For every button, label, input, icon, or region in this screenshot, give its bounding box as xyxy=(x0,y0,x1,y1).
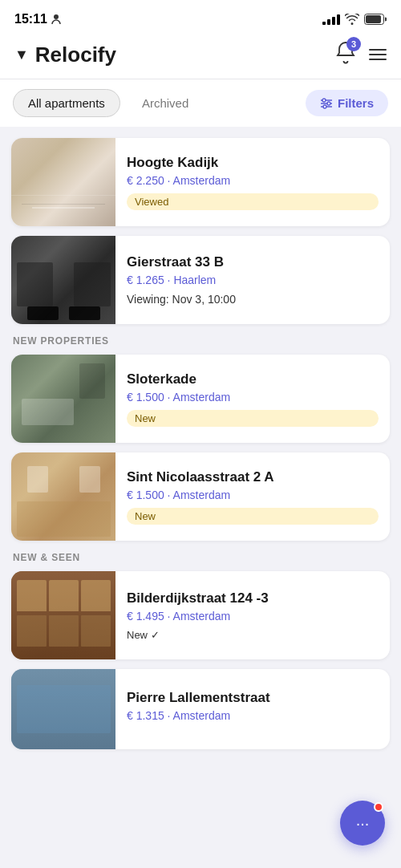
property-price: € 1.315 · Amsterdam xyxy=(127,709,379,722)
property-price: € 1.500 · Amsterdam xyxy=(127,391,379,404)
filter-button[interactable]: Filters xyxy=(306,90,388,116)
filter-label: Filters xyxy=(338,96,374,110)
notification-button[interactable]: 3 xyxy=(335,42,356,67)
viewing-schedule: Viewing: Nov 3, 10:00 xyxy=(127,293,379,306)
property-info-gierstraat: Gierstraat 33 B € 1.265 · Haarlem Viewin… xyxy=(115,236,390,324)
property-name: Pierre Lallementstraat xyxy=(127,690,379,706)
property-image-gierstraat xyxy=(11,236,115,324)
person-icon xyxy=(51,14,61,25)
status-icons xyxy=(322,14,387,25)
hamburger-line xyxy=(369,59,387,60)
new-seen-status: New ✓ xyxy=(127,629,379,641)
property-card-sloterkade[interactable]: Sloterkade € 1.500 · Amsterdam New xyxy=(11,355,390,443)
filters-icon xyxy=(320,97,333,110)
app-title: Relocify xyxy=(35,43,116,67)
property-card-sint-nicolaas[interactable]: Sint Nicolaasstraat 2 A € 1.500 · Amster… xyxy=(11,452,390,541)
status-time: 15:11 xyxy=(14,12,61,26)
property-info-sint-nicolaas: Sint Nicolaasstraat 2 A € 1.500 · Amster… xyxy=(115,452,390,541)
property-name: Sint Nicolaasstraat 2 A xyxy=(127,469,379,485)
property-info-sloterkade: Sloterkade € 1.500 · Amsterdam New xyxy=(115,355,390,443)
chevron-down-icon[interactable]: ▼ xyxy=(14,47,29,63)
svg-point-6 xyxy=(322,99,326,102)
status-bar: 15:11 xyxy=(0,0,401,35)
property-image-pierre xyxy=(11,669,115,749)
chat-icon: ··· xyxy=(356,814,370,833)
property-info-pierre: Pierre Lallementstraat € 1.315 · Amsterd… xyxy=(115,669,390,749)
section-new-properties: NEW PROPERTIES xyxy=(13,335,390,347)
property-image-bilderdijk xyxy=(11,571,115,659)
property-image-hoogte-kadijk xyxy=(11,138,115,226)
property-info-hoogte-kadijk: Hoogte Kadijk € 2.250 · Amsterdam Viewed xyxy=(115,138,390,226)
svg-point-7 xyxy=(327,102,330,105)
svg-point-8 xyxy=(323,105,326,108)
header-actions: 3 xyxy=(335,42,387,67)
wifi-icon xyxy=(345,14,359,25)
property-price: € 1.500 · Amsterdam xyxy=(127,489,379,501)
property-card-gierstraat[interactable]: Gierstraat 33 B € 1.265 · Haarlem Viewin… xyxy=(11,236,390,324)
property-image-sloterkade xyxy=(11,355,115,443)
property-card-bilderdijk[interactable]: Bilderdijkstraat 124 -3 € 1.495 · Amster… xyxy=(11,571,390,659)
time-display: 15:11 xyxy=(14,12,47,26)
property-price: € 1.265 · Haarlem xyxy=(127,274,379,286)
section-new-and-seen: NEW & SEEN xyxy=(13,552,390,563)
tab-all-apartments[interactable]: All apartments xyxy=(13,89,120,117)
tabs-row: All apartments Archived Filters xyxy=(0,79,401,127)
hamburger-menu-button[interactable] xyxy=(369,49,387,60)
battery-icon xyxy=(364,14,387,25)
property-card-pierre[interactable]: Pierre Lallementstraat € 1.315 · Amsterd… xyxy=(11,669,390,749)
property-card-hoogte-kadijk[interactable]: Hoogte Kadijk € 2.250 · Amsterdam Viewed xyxy=(11,138,390,226)
property-name: Gierstraat 33 B xyxy=(127,254,379,270)
tab-archived[interactable]: Archived xyxy=(127,89,204,117)
hamburger-line xyxy=(369,54,387,55)
property-price: € 2.250 · Amsterdam xyxy=(127,174,379,187)
property-name: Bilderdijkstraat 124 -3 xyxy=(127,590,379,606)
title-group[interactable]: ▼ Relocify xyxy=(14,43,116,67)
main-content: Hoogte Kadijk € 2.250 · Amsterdam Viewed… xyxy=(0,127,401,749)
property-name: Sloterkade xyxy=(127,371,379,387)
viewed-badge: Viewed xyxy=(127,193,379,210)
app-header: ▼ Relocify 3 xyxy=(0,35,401,79)
svg-point-0 xyxy=(54,14,59,19)
property-info-bilderdijk: Bilderdijkstraat 124 -3 € 1.495 · Amster… xyxy=(115,571,390,659)
property-name: Hoogte Kadijk xyxy=(127,155,379,171)
new-badge: New xyxy=(127,508,379,525)
hamburger-line xyxy=(369,49,387,51)
svg-rect-2 xyxy=(366,15,381,23)
notification-badge: 3 xyxy=(346,37,361,51)
status-label: New ✓ xyxy=(127,629,160,641)
new-badge: New xyxy=(127,410,379,427)
signal-icon xyxy=(322,14,340,25)
property-price: € 1.495 · Amsterdam xyxy=(127,610,379,623)
chat-notification-badge xyxy=(374,802,383,812)
chat-fab-button[interactable]: ··· xyxy=(340,801,385,846)
property-image-sint-nicolaas xyxy=(11,452,115,541)
